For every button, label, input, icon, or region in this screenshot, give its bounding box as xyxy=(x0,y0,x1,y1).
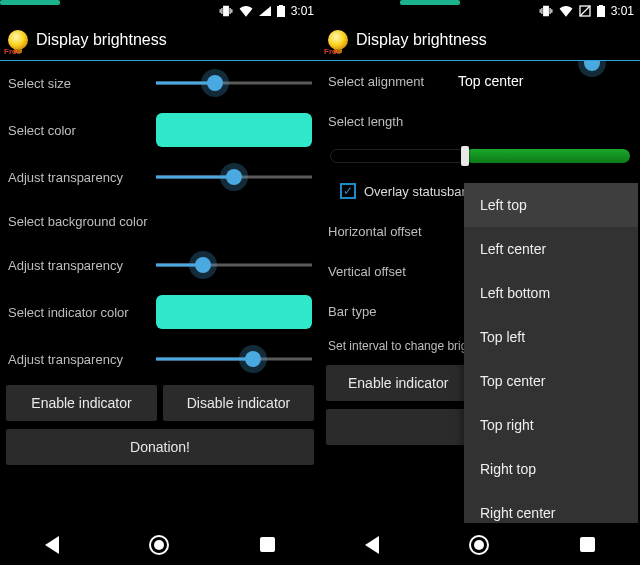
svg-rect-4 xyxy=(597,6,605,17)
popup-option[interactable]: Right top xyxy=(464,447,638,491)
swatch-indicator-color[interactable] xyxy=(156,295,312,329)
vibrate-icon xyxy=(539,4,553,18)
svg-rect-1 xyxy=(279,5,283,7)
label-transparency-3: Adjust transparency xyxy=(8,352,148,367)
app-header: Free Display brightness xyxy=(0,22,320,61)
overlay-checkbox[interactable]: ✓ xyxy=(340,183,356,199)
swatch-color[interactable] xyxy=(156,113,312,147)
no-sim-icon xyxy=(579,5,591,17)
home-icon[interactable] xyxy=(469,535,489,555)
label-transparency-1: Adjust transparency xyxy=(8,170,148,185)
left-screenshot: 3:01 Free Display brightness Select size… xyxy=(0,0,320,565)
label-horizontal-offset: Horizontal offset xyxy=(328,224,450,239)
label-select-length: Select length xyxy=(328,114,450,129)
free-badge: Free xyxy=(324,47,341,56)
alignment-popup: Left topLeft centerLeft bottomTop leftTo… xyxy=(464,183,638,523)
row-select-size: Select size xyxy=(0,61,320,105)
status-time: 3:01 xyxy=(611,4,634,18)
label-select-color: Select color xyxy=(8,123,148,138)
recents-icon[interactable] xyxy=(580,537,595,552)
status-time: 3:01 xyxy=(291,4,314,18)
row-select-color: Select color xyxy=(0,105,320,155)
right-screenshot: 3:01 Free Display brightness Select alig… xyxy=(320,0,640,565)
wifi-icon xyxy=(559,5,573,17)
settings-content: Select alignment Top center Select lengt… xyxy=(320,61,640,523)
popup-option[interactable]: Top center xyxy=(464,359,638,403)
row-transparency-1: Adjust transparency xyxy=(0,155,320,199)
label-select-size: Select size xyxy=(8,76,148,91)
brightness-bar-indicator xyxy=(400,0,460,5)
nav-bar xyxy=(320,523,640,565)
label-bar-type: Bar type xyxy=(328,304,450,319)
app-header: Free Display brightness xyxy=(320,22,640,61)
back-icon[interactable] xyxy=(365,536,379,554)
slider-size[interactable] xyxy=(156,73,312,93)
slider-transparency-3[interactable] xyxy=(156,349,312,369)
brightness-bar-indicator xyxy=(0,0,60,5)
popup-option[interactable]: Top right xyxy=(464,403,638,447)
alignment-spinner[interactable]: Top center xyxy=(458,73,632,89)
label-overlay: Overlay statusbar xyxy=(364,184,466,199)
popup-option[interactable]: Top left xyxy=(464,315,638,359)
app-title: Display brightness xyxy=(356,31,487,49)
donation-button[interactable]: Donation! xyxy=(6,429,314,465)
row-transparency-3: Adjust transparency xyxy=(0,337,320,381)
popup-option[interactable]: Left top xyxy=(464,183,638,227)
app-title: Display brightness xyxy=(36,31,167,49)
enable-indicator-button[interactable]: Enable indicator xyxy=(6,385,157,421)
row-select-length: Select length xyxy=(320,101,640,141)
popup-option[interactable]: Right center xyxy=(464,491,638,523)
battery-icon xyxy=(597,5,605,17)
app-icon: Free xyxy=(328,30,348,50)
battery-icon xyxy=(277,5,285,17)
row-transparency-2: Adjust transparency xyxy=(0,243,320,287)
label-vertical-offset: Vertical offset xyxy=(328,264,450,279)
slider-transparency-1[interactable] xyxy=(156,167,312,187)
row-indicator-color: Select indicator color xyxy=(0,287,320,337)
vibrate-icon xyxy=(219,4,233,18)
label-indicator-color: Select indicator color xyxy=(8,305,148,320)
enable-indicator-button[interactable]: Enable indicator xyxy=(326,365,470,401)
label-select-alignment: Select alignment xyxy=(328,74,450,89)
back-icon[interactable] xyxy=(45,536,59,554)
free-badge: Free xyxy=(4,47,21,56)
row-bg-color: Select background color xyxy=(0,199,320,243)
slider-length[interactable] xyxy=(330,147,630,165)
svg-rect-0 xyxy=(277,6,285,17)
status-bar: 3:01 xyxy=(320,0,640,22)
slider-length-row xyxy=(320,141,640,171)
signal-icon xyxy=(259,6,271,16)
app-icon: Free xyxy=(8,30,28,50)
disable-indicator-button[interactable]: Disable indicator xyxy=(163,385,314,421)
svg-rect-5 xyxy=(599,5,603,7)
popup-option[interactable]: Left bottom xyxy=(464,271,638,315)
recents-icon[interactable] xyxy=(260,537,275,552)
popup-option[interactable]: Left center xyxy=(464,227,638,271)
label-transparency-2: Adjust transparency xyxy=(8,258,148,273)
label-bg-color: Select background color xyxy=(8,214,148,229)
slider-transparency-2[interactable] xyxy=(156,255,312,275)
svg-line-3 xyxy=(580,6,590,16)
wifi-icon xyxy=(239,5,253,17)
nav-bar xyxy=(0,523,320,565)
home-icon[interactable] xyxy=(149,535,169,555)
settings-content: Select size Select color Adjust transpar… xyxy=(0,61,320,523)
status-bar: 3:01 xyxy=(0,0,320,22)
